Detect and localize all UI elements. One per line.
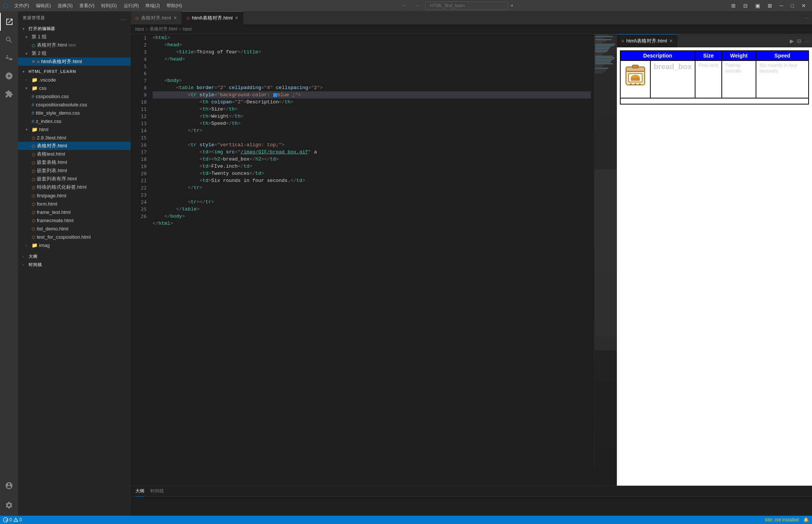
search-input[interactable] bbox=[425, 2, 508, 10]
code-line-15 bbox=[153, 134, 591, 141]
file-framecreate[interactable]: ◇ framecreate.html bbox=[18, 216, 131, 224]
html-icon-7: ◇ bbox=[32, 185, 35, 190]
preview-panel: ≡ html\表格对齐.html × ▶ ⊟ ··· bbox=[617, 34, 812, 486]
preview-run-button[interactable]: ▶ bbox=[790, 38, 794, 44]
file-title-style[interactable]: # title_style_demo.css bbox=[18, 109, 131, 117]
activity-extensions[interactable] bbox=[0, 85, 18, 103]
status-errors[interactable]: ✕ 0 ! 0 bbox=[3, 517, 22, 522]
tab-table-align[interactable]: ◇ 表格对齐.html × bbox=[131, 11, 182, 24]
ln-18: 18 bbox=[131, 156, 147, 163]
breadcrumb-element[interactable]: html bbox=[183, 27, 192, 32]
layout-btn-1[interactable]: ⊞ bbox=[728, 0, 739, 11]
ln-7: 7 bbox=[131, 77, 147, 84]
open-file-1[interactable]: ◇ 表格对齐.html html bbox=[18, 41, 131, 49]
menu-help[interactable]: 帮助(H) bbox=[164, 0, 185, 11]
code-line-26: </body> bbox=[153, 213, 591, 220]
outline-section[interactable]: › 大纲 bbox=[18, 252, 131, 260]
close-button[interactable]: ✕ bbox=[798, 0, 809, 11]
code-content[interactable]: <html> <head> <title>Thinsg of fear</tit… bbox=[150, 34, 594, 486]
svg-point-7 bbox=[635, 83, 636, 85]
file-cssposition[interactable]: # cssposition.css bbox=[18, 92, 131, 100]
preview-tab[interactable]: ≡ html\表格对齐.html × bbox=[617, 34, 677, 47]
error-count: 0 bbox=[9, 517, 12, 522]
activity-account[interactable] bbox=[0, 477, 18, 495]
file-list-demo[interactable]: ◇ list_demo.html bbox=[18, 224, 131, 233]
tab-more-button[interactable]: ··· bbox=[801, 15, 812, 21]
preview-more-button[interactable]: ··· bbox=[804, 38, 809, 44]
timeline-label: 时间线 bbox=[29, 262, 42, 268]
open-editors-section[interactable]: ▾ 打开的编辑器 bbox=[18, 24, 131, 33]
file-table-test[interactable]: ◇ 表格test.html bbox=[18, 150, 131, 158]
nav-back-button[interactable]: ← bbox=[400, 2, 409, 9]
layout-btn-3[interactable]: ▣ bbox=[752, 0, 763, 11]
activity-search[interactable] bbox=[0, 31, 18, 49]
editor-group-2: ▾ 第 2 组 bbox=[18, 49, 131, 58]
ln-14: 14 bbox=[131, 127, 147, 134]
file-csspositionabsolute[interactable]: # csspositionabsolute.css bbox=[18, 100, 131, 109]
preview-split-button[interactable]: ⊟ bbox=[797, 38, 801, 44]
activity-scm[interactable] bbox=[0, 49, 18, 67]
activity-explorer[interactable] bbox=[0, 13, 18, 31]
tab-html-table-align[interactable]: ◇ html\表格对齐.html × bbox=[182, 11, 244, 24]
firstpage-label: firstpage.html bbox=[37, 193, 66, 198]
html-folder-label: html bbox=[39, 127, 48, 132]
file-test-cssposition[interactable]: ◇ test_for_cssposition.html bbox=[18, 233, 131, 241]
maximize-button[interactable]: □ bbox=[788, 0, 797, 11]
activity-settings[interactable] bbox=[0, 496, 18, 514]
html-arrow: ▾ bbox=[26, 127, 32, 132]
file-nested-list-ordered[interactable]: ◇ 嵌套列表有序.html bbox=[18, 175, 131, 183]
preview-tab-close[interactable]: × bbox=[669, 38, 673, 44]
file-nested-list[interactable]: ◇ 嵌套列表.html bbox=[18, 167, 131, 175]
code-line-20: <td>Twenty ounces</td> bbox=[153, 170, 591, 177]
tab-close-2[interactable]: × bbox=[235, 15, 238, 21]
menu-run[interactable]: 运行(R) bbox=[121, 0, 142, 11]
file-frame-test[interactable]: ◇ frame_test.html bbox=[18, 208, 131, 216]
file-nested-table[interactable]: ◇ 嵌套表格.html bbox=[18, 158, 131, 167]
file-special-tags[interactable]: ◇ 特殊的格式化标签.html bbox=[18, 183, 131, 191]
code-line-22: </tr> bbox=[153, 184, 591, 191]
outline-tab[interactable]: 大纲 bbox=[135, 486, 144, 497]
code-line-10: <th colspan="2">Description</th> bbox=[153, 98, 591, 106]
file-firstpage[interactable]: ◇ firstpage.html bbox=[18, 191, 131, 200]
file-293test[interactable]: ◇ 2.9.3test.html bbox=[18, 133, 131, 142]
editor-preview-split: 1 2 3 4 5 6 7 8 9 10 11 12 13 14 15 16 1 bbox=[131, 34, 812, 486]
file-zindex[interactable]: # z_index.css bbox=[18, 117, 131, 125]
imag-arrow: › bbox=[26, 243, 32, 247]
code-line-21: <td>Six rounds in four seconds.</td> bbox=[153, 177, 591, 184]
timeline-tab[interactable]: 时间线 bbox=[150, 486, 164, 497]
timeline-section[interactable]: › 时间线 bbox=[18, 260, 131, 269]
kite-status[interactable]: kite: not installed bbox=[765, 517, 799, 522]
nav-forward-button[interactable]: → bbox=[412, 2, 422, 9]
vscode-label: .vscode bbox=[39, 77, 56, 83]
menu-goto[interactable]: 转到(G) bbox=[98, 0, 120, 11]
open-file-2[interactable]: ✕ ≡ html\表格对齐.html bbox=[18, 58, 131, 66]
layout-btn-4[interactable]: ⊠ bbox=[765, 0, 775, 11]
project-root[interactable]: ▾ HTML_FIRST_LEARN bbox=[18, 67, 131, 76]
breadcrumb-file[interactable]: 表格对齐.html bbox=[150, 26, 177, 32]
vscode-folder[interactable]: › 📁 .vscode bbox=[18, 76, 131, 84]
css-folder[interactable]: ▾ 📁 css bbox=[18, 84, 131, 92]
svg-point-8 bbox=[639, 83, 641, 85]
svg-text:!: ! bbox=[15, 519, 16, 522]
file-form[interactable]: ◇ form.html bbox=[18, 200, 131, 208]
menu-select[interactable]: 选择(S) bbox=[55, 0, 76, 11]
minimize-button[interactable]: ─ bbox=[777, 0, 786, 11]
code-line-2: <head> bbox=[153, 41, 591, 48]
imag-folder[interactable]: › 📁 imag bbox=[18, 241, 131, 249]
html-icon-1: ◇ bbox=[32, 135, 35, 141]
form-label: form.html bbox=[37, 201, 57, 207]
sidebar-more-button[interactable]: … bbox=[120, 15, 126, 21]
menu-view[interactable]: 查看(V) bbox=[76, 0, 97, 11]
menu-file[interactable]: 文件(F) bbox=[11, 0, 32, 11]
tab-close-1[interactable]: × bbox=[173, 15, 177, 21]
html-folder[interactable]: ▾ 📁 html bbox=[18, 125, 131, 133]
outline-label: 大纲 bbox=[29, 254, 38, 259]
activity-debug[interactable] bbox=[0, 67, 18, 85]
menu-edit[interactable]: 编辑(E) bbox=[33, 0, 54, 11]
layout-btn-2[interactable]: ⊟ bbox=[740, 0, 751, 11]
file-table-align[interactable]: ◇ 表格对齐.html bbox=[18, 142, 131, 150]
ln-16: 16 bbox=[131, 141, 147, 148]
breadcrumb-html[interactable]: html bbox=[135, 27, 144, 32]
html-icon-8: ◇ bbox=[32, 193, 35, 198]
menu-terminal[interactable]: 终端(J) bbox=[142, 0, 163, 11]
